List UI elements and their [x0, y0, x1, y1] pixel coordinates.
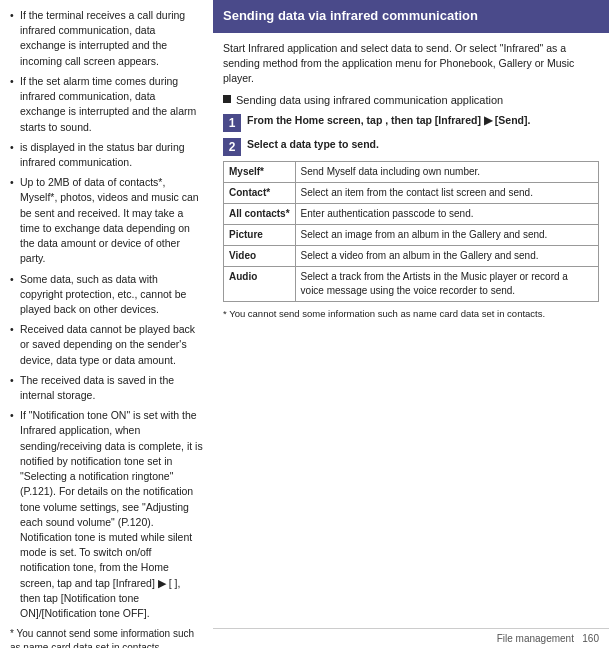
table-row: VideoSelect a video from an album in the…: [224, 246, 599, 267]
intro-text: Start Infrared application and select da…: [223, 41, 599, 87]
step-1-text: From the Home screen, tap , then tap [In…: [247, 113, 530, 128]
table-cell-label: All contacts*: [224, 204, 296, 225]
table-cell-description: Select an item from the contact list scr…: [295, 183, 598, 204]
step-2-text: Select a data type to send.: [247, 137, 379, 152]
table-row: AudioSelect a track from the Artists in …: [224, 267, 599, 302]
bullet-item: Received data cannot be played back or s…: [10, 322, 203, 368]
bottom-label: File management: [497, 633, 574, 644]
table-cell-description: Select a video from an album in the Gall…: [295, 246, 598, 267]
bullet-item: If the set alarm time comes during infra…: [10, 74, 203, 135]
table-cell-label: Picture: [224, 225, 296, 246]
bullet-item: If "Notification tone ON" is set with th…: [10, 408, 203, 621]
table-row: All contacts*Enter authentication passco…: [224, 204, 599, 225]
bullet-item: Some data, such as data with copyright p…: [10, 272, 203, 318]
bullet-list: If the terminal receives a call during i…: [10, 8, 203, 621]
section-body: Start Infrared application and select da…: [213, 33, 609, 329]
left-footnote: * You cannot send some information such …: [10, 627, 203, 648]
table-footnote: * You cannot send some information such …: [223, 307, 599, 320]
black-square-icon: [223, 95, 231, 103]
subsection-header: Sending data using infrared communicatio…: [223, 93, 599, 109]
table-cell-label: Audio: [224, 267, 296, 302]
step-2-number: 2: [223, 138, 241, 156]
page-number: 160: [582, 633, 599, 644]
table-cell-description: Enter authentication passcode to send.: [295, 204, 598, 225]
step-1-row: 1 From the Home screen, tap , then tap […: [223, 113, 599, 132]
table-row: PictureSelect an image from an album in …: [224, 225, 599, 246]
bullet-text: is displayed in the status bar during in…: [20, 141, 185, 168]
table-cell-description: Select an image from an album in the Gal…: [295, 225, 598, 246]
table-cell-label: Video: [224, 246, 296, 267]
table-row: Contact*Select an item from the contact …: [224, 183, 599, 204]
bullet-item: is displayed in the status bar during in…: [10, 140, 203, 170]
bullet-item: The received data is saved in the intern…: [10, 373, 203, 403]
bullet-item: Up to 2MB of data of contacts*, Myself*,…: [10, 175, 203, 266]
subsection-title: Sending data using infrared communicatio…: [236, 93, 503, 109]
table-row: Myself*Send Myself data including own nu…: [224, 162, 599, 183]
table-cell-label: Myself*: [224, 162, 296, 183]
left-column: If the terminal receives a call during i…: [0, 0, 213, 648]
section-header: Sending data via infrared communication: [213, 0, 609, 33]
bottom-bar: File management 160: [213, 628, 609, 648]
data-table: Myself*Send Myself data including own nu…: [223, 161, 599, 302]
table-cell-label: Contact*: [224, 183, 296, 204]
step-2-row: 2 Select a data type to send.: [223, 137, 599, 156]
step-1-number: 1: [223, 114, 241, 132]
table-cell-description: Send Myself data including own number.: [295, 162, 598, 183]
bullet-item: If the terminal receives a call during i…: [10, 8, 203, 69]
right-column: Sending data via infrared communication …: [213, 0, 609, 648]
table-cell-description: Select a track from the Artists in the M…: [295, 267, 598, 302]
